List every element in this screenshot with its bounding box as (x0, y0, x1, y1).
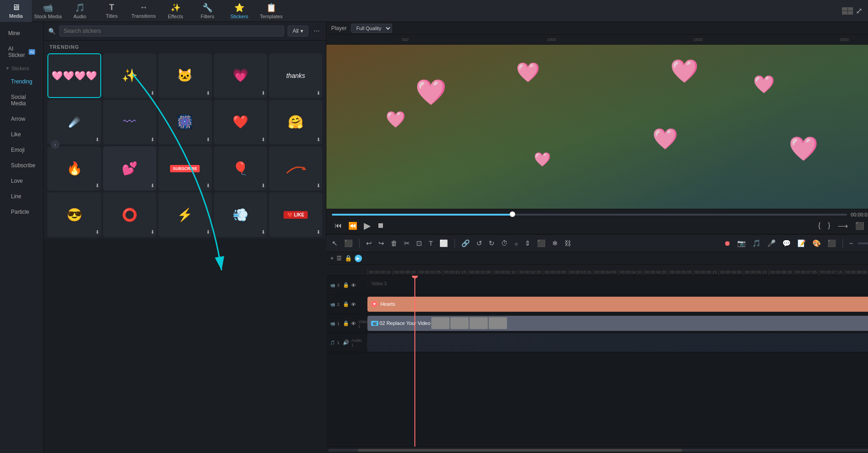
toolbar-audio[interactable]: 🎵 Audio (64, 0, 96, 22)
record-button[interactable]: ⏺ (722, 238, 733, 248)
redo-button[interactable]: ↪ (377, 238, 386, 248)
sidebar-item-love[interactable]: Love (3, 174, 41, 188)
sidebar-item-line[interactable]: Line (3, 190, 41, 203)
trim-button[interactable]: ⊡ (414, 238, 424, 248)
freeze-button[interactable]: ❄ (550, 238, 560, 248)
sticker-heart-ring[interactable]: 💗 ⬇ (214, 53, 267, 98)
sticker-sparkle[interactable]: ✨ ⬇ (103, 53, 156, 98)
sidebar-item-like[interactable]: Like (3, 128, 41, 141)
sticker-sparkle2[interactable]: ⚡ ⬇ (158, 192, 212, 237)
toolbar-filters[interactable]: 🔧 Filters (191, 0, 223, 22)
sidebar-item-arrow[interactable]: Arrow (3, 112, 41, 126)
playhead[interactable]: ✂ (414, 276, 415, 447)
crop-tool[interactable]: ⬜ (438, 238, 450, 248)
stop-button[interactable]: ⏹ (374, 221, 387, 230)
sticker-star-trail[interactable]: ☄️ ⬇ (47, 100, 101, 144)
layout-grid-icon[interactable] (842, 7, 853, 15)
sticker-like-btn[interactable]: ❤️ LIKE ⬇ (269, 192, 322, 237)
progress-bar[interactable] (332, 214, 847, 216)
toolbar-templates[interactable]: 📋 Templates (255, 0, 287, 22)
toolbar-stickers[interactable]: ⭐ Stickers (223, 0, 255, 22)
audio-track-button[interactable]: 🎵 (750, 238, 763, 248)
toolbar-transitions[interactable]: ↔ Transitions (128, 0, 160, 22)
tts-button[interactable]: 💬 (780, 238, 793, 248)
play-button[interactable]: ▶ (361, 220, 373, 231)
select-tool[interactable]: ⬛ (342, 238, 355, 248)
mic-button[interactable]: 🎤 (765, 238, 778, 248)
adjust-button[interactable]: ⬛ (826, 238, 838, 248)
undo-button[interactable]: ↩ (364, 238, 374, 248)
chain-button[interactable]: ⛓ (563, 238, 573, 248)
sidebar-item-subscribe[interactable]: Subscribe (3, 159, 41, 172)
scrollbar-thumb[interactable] (358, 449, 682, 452)
sticker-sunglasses[interactable]: 😎 ⬇ (47, 192, 101, 237)
toolbar-stock-media[interactable]: 📹 Stock Media (32, 0, 64, 22)
sidebar-item-trending[interactable]: Trending (3, 75, 41, 88)
track-v3-lock[interactable]: 🔒 (343, 282, 349, 288)
quality-selector[interactable]: Full Quality (351, 24, 392, 33)
sidebar-item-emoji[interactable]: Emoji (3, 143, 41, 157)
search-input[interactable] (59, 26, 284, 36)
sticker-hearts[interactable]: 🩷🩷🩷🩷 (47, 53, 101, 98)
multi-select[interactable]: ⬛ (535, 238, 548, 248)
sidebar-item-ai-sticker[interactable]: AI Sticker AI (3, 42, 41, 62)
track-settings-icon[interactable]: ☰ (336, 255, 342, 262)
step-back-button[interactable]: ⏪ (346, 221, 360, 230)
skip-back-button[interactable]: ⏮ (332, 221, 345, 230)
sticker-balloon[interactable]: 🎈 ⬇ (214, 146, 267, 191)
sticker-heart-dots[interactable]: 💕 ⬇ (103, 146, 156, 191)
crop-icon[interactable]: ⬛ (852, 221, 867, 230)
track-v2-eye[interactable]: 👁 (351, 302, 356, 307)
fullscreen-icon[interactable]: ⤢ (856, 6, 863, 16)
track-v1-lock[interactable]: 🔒 (343, 320, 349, 326)
sidebar-item-mine[interactable]: Mine (3, 26, 41, 40)
color-button[interactable]: 🎨 (811, 238, 823, 248)
add-track-icon[interactable]: + (330, 255, 334, 262)
zoom-slider[interactable] (858, 242, 868, 244)
sidebar-item-social-media[interactable]: Social Media (3, 90, 41, 110)
sticker-smoke[interactable]: 💨 ⬇ (214, 192, 267, 237)
delete-button[interactable]: 🗑 (389, 238, 399, 248)
sticker-fire[interactable]: 🔥 ⬇ (47, 146, 101, 191)
zoom-out-button[interactable]: − (847, 238, 855, 248)
cursor-tool[interactable]: ↖ (330, 238, 340, 248)
sticker-red-heart[interactable]: ❤️ ⬇ (214, 100, 267, 144)
sticker-emoji-happy[interactable]: 🤗 ⬇ (269, 100, 322, 144)
speed-button[interactable]: ⏱ (499, 238, 510, 248)
toolbar-effects[interactable]: ✨ Effects (160, 0, 191, 22)
playhead-indicator[interactable]: ▶ (355, 255, 362, 262)
track-v1-eye[interactable]: 👁 (351, 321, 356, 326)
sticker-arrow-light[interactable]: 〰 ⬇ (103, 100, 156, 144)
toolbar-titles[interactable]: T Titles (96, 0, 128, 22)
subtitle-button[interactable]: 📝 (796, 238, 808, 248)
keyframe-right-icon[interactable]: } (825, 221, 833, 230)
scrollbar-track[interactable] (328, 449, 868, 452)
track-a1-mute[interactable]: 🔊 (343, 340, 349, 345)
sticker-circle[interactable]: ⭕ ⬇ (103, 192, 156, 237)
sticker-subscribe-btn[interactable]: SUBSCRIBE ⬇ (158, 146, 212, 191)
track-v3-eye[interactable]: 👁 (351, 283, 356, 288)
toolbar-media[interactable]: 🖥 Media (0, 0, 32, 22)
video1-clip[interactable]: 📹 02 Replace Your Video (367, 316, 868, 331)
keyframe-left-icon[interactable]: { (816, 221, 823, 230)
rotate-left-button[interactable]: ↺ (475, 238, 484, 248)
cut-button[interactable]: ✂ (402, 238, 412, 248)
sidebar-item-particle[interactable]: Particle (3, 205, 41, 219)
split-icon[interactable]: ⟶ (835, 221, 851, 230)
hearts-clip[interactable]: ♥ Hearts (367, 297, 868, 312)
transform-button[interactable]: ⬦ (512, 238, 520, 248)
sticker-firework[interactable]: 🎆 ⬇ (158, 100, 212, 144)
rotate-right-button[interactable]: ↻ (487, 238, 496, 248)
link-tool[interactable]: 🔗 (460, 238, 472, 248)
text-tool[interactable]: T (427, 238, 434, 248)
panel-collapse-button[interactable]: ‹ (51, 140, 59, 149)
sticker-thanks[interactable]: thanks ⬇ (269, 53, 322, 98)
camera-button[interactable]: 📷 (735, 238, 748, 248)
more-options-button[interactable]: ··· (312, 27, 321, 35)
sticker-cat[interactable]: 🐱 ⬇ (158, 53, 212, 98)
track-lock-icon[interactable]: 🔒 (345, 255, 352, 262)
sticker-red-arrow[interactable]: ⬇ (269, 146, 322, 191)
filter-dropdown[interactable]: All ▾ (288, 26, 308, 36)
track-v2-lock[interactable]: 🔒 (343, 301, 349, 307)
audio-split-button[interactable]: ⇕ (523, 238, 532, 248)
